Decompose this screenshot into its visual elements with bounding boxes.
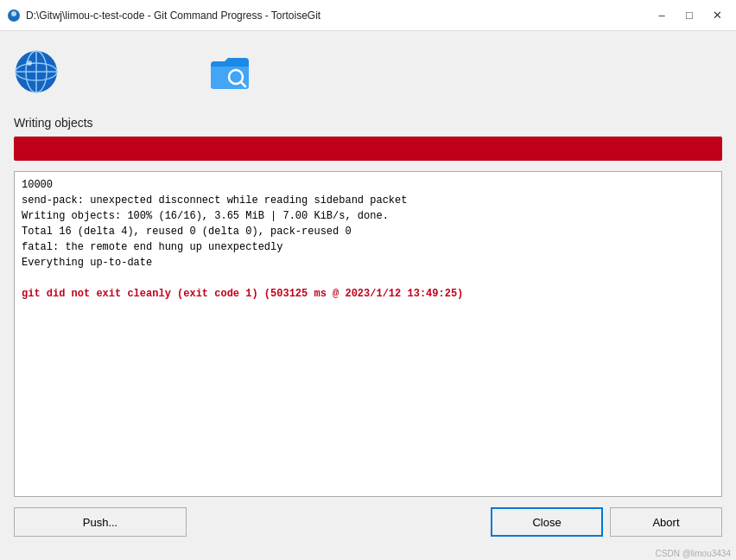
abort-button[interactable]: Abort <box>610 507 722 537</box>
svg-point-1 <box>11 11 16 16</box>
window-title: D:\Gitwj\limou-c-test-code - Git Command… <box>26 10 320 22</box>
watermark: CSDN @limou3434 <box>0 547 736 560</box>
title-bar: D:\Gitwj\limou-c-test-code - Git Command… <box>0 0 736 31</box>
status-label: Writing objects <box>14 116 722 130</box>
icons-row <box>14 41 722 102</box>
close-button[interactable]: Close <box>491 507 603 537</box>
main-content: Writing objects 10000 send-pack: unexpec… <box>0 31 736 547</box>
title-bar-controls: – □ ✕ <box>650 6 729 25</box>
progress-bar-container <box>14 137 722 161</box>
minimize-button[interactable]: – <box>650 6 674 25</box>
svg-point-7 <box>27 60 32 66</box>
maximize-button[interactable]: □ <box>677 6 701 25</box>
progress-bar-fill <box>14 137 722 161</box>
close-window-button[interactable]: ✕ <box>705 6 729 25</box>
log-error-line: git did not exit cleanly (exit code 1) (… <box>22 288 463 300</box>
buttons-row: Push... Close Abort <box>14 507 722 537</box>
globe-icon <box>14 49 59 94</box>
title-bar-left: D:\Gitwj\limou-c-test-code - Git Command… <box>7 9 320 22</box>
log-output[interactable]: 10000 send-pack: unexpected disconnect w… <box>14 171 722 497</box>
app-icon <box>7 9 21 22</box>
folder-icon <box>206 49 251 94</box>
push-button[interactable]: Push... <box>14 507 187 537</box>
log-lines: 10000 send-pack: unexpected disconnect w… <box>22 179 407 269</box>
